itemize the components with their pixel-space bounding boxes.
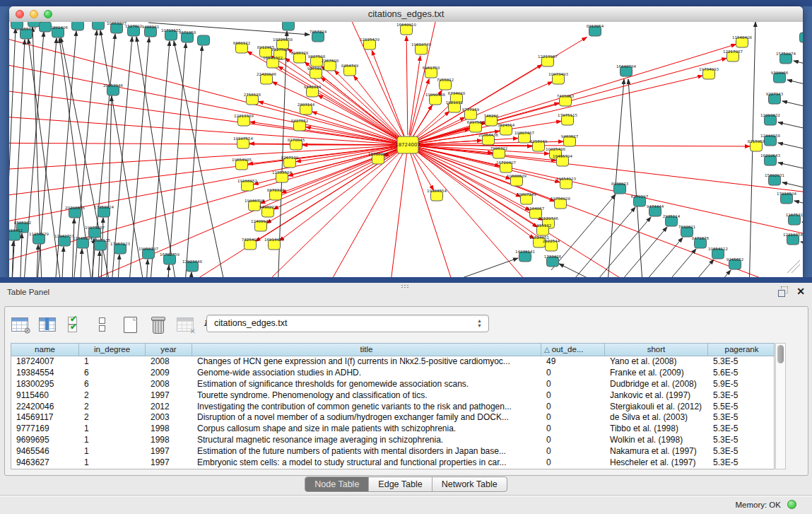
- column-header-title[interactable]: title: [192, 344, 541, 356]
- table-panel-title: Table Panel: [7, 288, 49, 296]
- graph-edge: [628, 79, 647, 277]
- network-canvas[interactable]: 1905571720891406106532871527602946616110…: [9, 22, 803, 277]
- graph-node-label: 7955812: [437, 78, 454, 82]
- graph-node-label: 17975115: [558, 113, 577, 117]
- graph-node-label: 12093832: [760, 113, 780, 117]
- status-bar: Memory: OK: [0, 495, 812, 514]
- graph-edge: [59, 247, 64, 277]
- desktop-background: citations_edges.txt 19055717208914061065…: [0, 0, 812, 283]
- column-header-in_degree[interactable]: in_degree: [79, 344, 146, 356]
- graph-node[interactable]: [283, 22, 295, 30]
- graph-node-label: 12210354: [783, 233, 803, 237]
- column-header-pagerank[interactable]: pagerank: [708, 344, 775, 356]
- graph-node[interactable]: [40, 22, 52, 32]
- graph-edge: [250, 122, 398, 144]
- graph-node-label: 18120746: [539, 216, 558, 221]
- tab-network-table[interactable]: Network Table: [433, 477, 507, 491]
- graph-node-label: 7425402: [242, 238, 259, 242]
- table-row[interactable]: 969969511998Structural magnetic resonanc…: [11, 435, 774, 446]
- close-panel-icon[interactable]: ✕: [796, 286, 805, 296]
- graph-node-label: 8186328: [291, 51, 309, 55]
- graph-node[interactable]: [800, 33, 804, 42]
- graph-node-label: 19654923: [556, 177, 576, 181]
- graph-node-label: 2803144: [298, 103, 315, 107]
- graph-node-label: 16914479: [264, 238, 284, 242]
- network-view-window[interactable]: citations_edges.txt 19055717208914061065…: [9, 6, 803, 277]
- table-panel-body: ⚙ ✔✔ ✕ f(x) citations_edges.txt ▲▼ namei…: [4, 306, 808, 476]
- graph-node-label: 7632621: [678, 225, 696, 229]
- column-header-name[interactable]: name: [11, 344, 79, 356]
- graph-node-label: 1527602: [125, 24, 143, 28]
- table-row[interactable]: 946362711997Embryonic stem cells: a mode…: [11, 457, 774, 469]
- table-selector-dropdown[interactable]: citations_edges.txt ▲▼: [206, 315, 489, 332]
- table-row[interactable]: 911546021997Tourette syndrome. Phenomeno…: [11, 390, 774, 402]
- graph-edge: [174, 41, 233, 277]
- graph-edge: [408, 145, 803, 212]
- graph-node-label: 12125439: [360, 37, 379, 42]
- tab-node-table[interactable]: Node Table: [305, 477, 369, 491]
- graph-node[interactable]: [28, 22, 40, 27]
- graph-node-label: 20206536: [65, 206, 85, 210]
- graph-node-label: 7857224: [310, 30, 327, 34]
- graph-node[interactable]: [72, 22, 84, 30]
- graph-node-label: 19756928: [551, 197, 570, 201]
- table-panel-header: Table Panel ✕: [0, 283, 812, 302]
- table-row[interactable]: 2242004622012Investigating the contribut…: [11, 402, 774, 413]
- graph-edge: [163, 43, 186, 277]
- table-vertical-scrollbar[interactable]: [775, 343, 786, 469]
- panel-splitter-handle[interactable]: [401, 284, 409, 288]
- graph-node-label: 2367608: [322, 59, 339, 63]
- graph-node-label: 11548408: [732, 35, 752, 40]
- graph-edge: [649, 259, 714, 277]
- graph-node-label: 8813054: [587, 24, 604, 28]
- new-document-icon[interactable]: [121, 316, 139, 333]
- table-row[interactable]: 1830029562008Estimation of significance …: [11, 379, 774, 390]
- graph-node-label: 10973493: [548, 72, 568, 76]
- table-settings-icon[interactable]: ⚙: [11, 316, 29, 333]
- column-header-short[interactable]: short: [605, 344, 708, 356]
- graph-node[interactable]: [93, 22, 105, 30]
- graph-node-label: 9498222: [259, 205, 277, 209]
- table-row[interactable]: 1872400712008Changes of HCN gene express…: [11, 356, 774, 368]
- graph-node[interactable]: [11, 22, 23, 29]
- table-row[interactable]: 946554611997Estimation of the future num…: [11, 446, 774, 457]
- delete-icon[interactable]: [148, 316, 167, 333]
- clear-selection-icon[interactable]: [93, 316, 112, 333]
- select-all-icon[interactable]: ✔✔: [66, 316, 84, 333]
- graph-node-label: 1167531: [786, 213, 803, 217]
- graph-node-label: 3919412: [9, 228, 23, 233]
- show-column-icon[interactable]: [38, 316, 57, 333]
- column-header-out_de[interactable]: △out_de...: [541, 344, 605, 356]
- graph-node-label: 15692931: [765, 173, 784, 177]
- graph-edge: [802, 222, 803, 255]
- tab-edge-table[interactable]: Edge Table: [369, 477, 432, 491]
- table-row[interactable]: 1938455462009Genome-wide association stu…: [11, 368, 774, 379]
- graph-edge: [9, 40, 25, 277]
- graph-node-label: 14136141: [515, 250, 535, 254]
- graph-node-label: 9777169: [462, 107, 480, 112]
- graph-edge: [778, 143, 803, 176]
- graph-node-label: 8454749: [341, 64, 359, 68]
- graph-node-label: 19958187: [139, 247, 158, 251]
- graph-node-label: 19975887: [85, 226, 105, 230]
- graph-node-label: 9671358: [179, 30, 196, 35]
- table-tabs-bar: Node Table Edge Table Network Table: [0, 477, 812, 492]
- graph-node-label: 11156829: [29, 232, 49, 236]
- graph-node-label: 12942757: [54, 234, 74, 238]
- window-titlebar[interactable]: citations_edges.txt: [9, 6, 803, 23]
- table-row[interactable]: 1456911722003Disruption of a novel membe…: [11, 412, 774, 424]
- graph-edge: [559, 264, 640, 277]
- float-panel-icon[interactable]: [778, 286, 788, 296]
- graph-node-label: 6216049: [530, 139, 548, 144]
- graph-node-label: 1733426: [544, 255, 562, 259]
- graph-node-label: 19610749: [411, 42, 431, 47]
- dropdown-spinner-icon: ▲▼: [477, 318, 482, 328]
- graph-edge: [801, 242, 803, 275]
- column-header-year[interactable]: year: [146, 344, 192, 356]
- graph-node[interactable]: [198, 35, 210, 45]
- table-row[interactable]: 977716911998Corpus callosum shape and si…: [11, 424, 774, 435]
- graph-node-label: 18807249: [517, 192, 536, 197]
- graph-node-label: 9474444: [647, 204, 664, 209]
- delete-table-disabled-icon: ✕: [176, 316, 194, 333]
- scrollbar-thumb[interactable]: [777, 345, 784, 363]
